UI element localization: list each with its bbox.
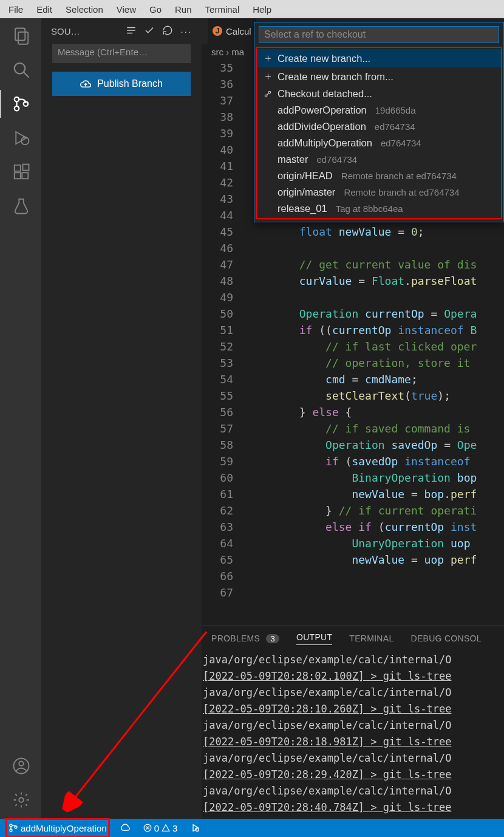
menu-file[interactable]: File (2, 3, 29, 16)
quickpick-item-label: addDivideOperation (278, 121, 366, 132)
quickpick-item-label: Create new branch... (278, 53, 370, 64)
java-file-icon: J (213, 26, 222, 36)
menu-edit[interactable]: Edit (30, 3, 58, 16)
svg-point-5 (15, 106, 19, 111)
svg-rect-1 (18, 32, 28, 44)
svg-point-13 (19, 762, 24, 767)
quickpick-item[interactable]: ＋Create new branch... (257, 49, 501, 67)
plus-icon: ＋ (263, 70, 273, 83)
menu-terminal[interactable]: Terminal (199, 3, 246, 16)
menu-run[interactable]: Run (169, 3, 198, 16)
status-branch[interactable]: addMultiplyOperation (6, 819, 109, 837)
detach-icon (263, 90, 273, 98)
svg-point-14 (19, 798, 24, 802)
quickpick-item[interactable]: origin/masterRemote branch at ed764734 (257, 184, 501, 200)
status-error-count: 0 (154, 823, 159, 833)
quickpick-item-label: release_01 (278, 203, 327, 214)
more-actions-icon[interactable]: ··· (180, 26, 192, 36)
quickpick-item[interactable]: Checkout detached... (257, 86, 501, 102)
panel-tabs: PROBLEMS 3 OUTPUT TERMINAL DEBUG CONSOL (202, 626, 504, 651)
quickpick-item[interactable]: origin/HEADRemote branch at ed764734 (257, 168, 501, 184)
quickpick-item-hint: Tag at 8bbc64ea (336, 203, 403, 214)
menu-view[interactable]: View (111, 3, 142, 16)
quickpick-item-hint: Remote branch at ed764734 (344, 187, 459, 197)
line-number-gutter: 35 36 37 38 39 40 41 42 43 44 45 46 47 4… (202, 60, 247, 626)
publish-branch-button[interactable]: Publish Branch (52, 72, 191, 96)
editor-tab-calcul[interactable]: J Calcul (208, 18, 256, 44)
svg-line-3 (24, 72, 29, 78)
activity-bar (0, 18, 41, 819)
panel-tab-problems[interactable]: PROBLEMS 3 (211, 634, 279, 643)
settings-gear-icon[interactable] (12, 791, 30, 809)
quickpick-item-label: Checkout detached... (278, 88, 372, 100)
extensions-icon[interactable] (12, 163, 30, 181)
quickpick-item-hint: Remote branch at ed764734 (341, 171, 457, 181)
panel-tab-debug-console[interactable]: DEBUG CONSOL (410, 634, 481, 643)
status-warning-count: 3 (172, 823, 177, 833)
panel-tab-terminal[interactable]: TERMINAL (349, 634, 393, 643)
quickpick-item[interactable]: addPowerOperation19d665da (257, 102, 501, 118)
accounts-icon[interactable] (12, 757, 30, 775)
quickpick-item[interactable]: release_01Tag at 8bbc64ea (257, 200, 501, 217)
quickpick-item-label: Create new branch from... (278, 71, 393, 83)
status-debug-start[interactable] (188, 819, 203, 837)
run-debug-icon[interactable] (12, 129, 30, 147)
quickpick-item-hint: ed764734 (381, 138, 421, 148)
panel-tab-output[interactable]: OUTPUT (296, 632, 332, 645)
quickpick-item[interactable]: mastered764734 (257, 151, 501, 168)
commit-message-input[interactable]: Message (Ctrl+Ente… (52, 44, 191, 63)
quickpick-item-label: origin/HEAD (278, 170, 333, 182)
quickpick-item-hint: ed764734 (375, 121, 415, 132)
status-errors-warnings[interactable]: 0 3 (141, 819, 180, 837)
publish-branch-label: Publish Branch (97, 78, 163, 89)
menu-bar: File Edit Selection View Go Run Terminal… (0, 0, 504, 18)
quickpick-list: ＋Create new branch...＋Create new branch … (256, 47, 502, 219)
quickpick-item-hint: ed764734 (316, 154, 357, 165)
explorer-icon[interactable] (12, 27, 30, 45)
menu-go[interactable]: Go (143, 3, 168, 16)
refresh-icon[interactable] (162, 25, 173, 38)
svg-point-2 (15, 63, 26, 74)
testing-icon[interactable] (12, 197, 30, 215)
quickpick-input[interactable] (259, 26, 499, 43)
quickpick-checkout-ref: ＋Create new branch...＋Create new branch … (254, 22, 504, 222)
status-branch-name: addMultiplyOperation (21, 823, 107, 833)
quickpick-item-label: addMultiplyOperation (278, 137, 372, 149)
quickpick-item-label: master (278, 154, 308, 165)
quickpick-item-hint: 19d665da (375, 105, 416, 115)
svg-rect-10 (22, 173, 28, 179)
output-panel-body[interactable]: java/org/eclipse/example/calc/internal/O… (202, 651, 504, 819)
svg-point-16 (10, 829, 12, 832)
tab-label: Calcul (226, 26, 251, 36)
view-tree-icon[interactable] (126, 25, 137, 38)
bottom-panel: PROBLEMS 3 OUTPUT TERMINAL DEBUG CONSOL … (202, 626, 504, 819)
menu-help[interactable]: Help (247, 3, 278, 16)
svg-line-25 (67, 632, 206, 808)
problems-count-badge: 3 (266, 634, 279, 643)
source-control-icon[interactable] (12, 95, 30, 113)
svg-line-24 (267, 93, 269, 95)
search-icon[interactable] (12, 61, 30, 79)
quickpick-item-label: addPowerOperation (278, 104, 367, 116)
quickpick-item[interactable]: addMultiplyOperationed764734 (257, 135, 501, 151)
menu-selection[interactable]: Selection (60, 3, 109, 16)
status-sync[interactable] (118, 819, 132, 837)
plus-icon: ＋ (263, 52, 273, 65)
commit-check-icon[interactable] (144, 25, 155, 38)
status-bar: addMultiplyOperation 0 3 (0, 819, 504, 837)
svg-rect-9 (15, 173, 21, 179)
svg-rect-11 (23, 165, 29, 171)
svg-rect-0 (15, 29, 25, 41)
scm-title: SOU… (51, 26, 118, 36)
scm-header: SOU… ··· (41, 18, 202, 44)
quickpick-item-label: origin/master (278, 186, 335, 198)
quickpick-item[interactable]: addDivideOperationed764734 (257, 118, 501, 135)
quickpick-item[interactable]: ＋Create new branch from... (257, 67, 501, 86)
svg-rect-8 (15, 165, 21, 171)
